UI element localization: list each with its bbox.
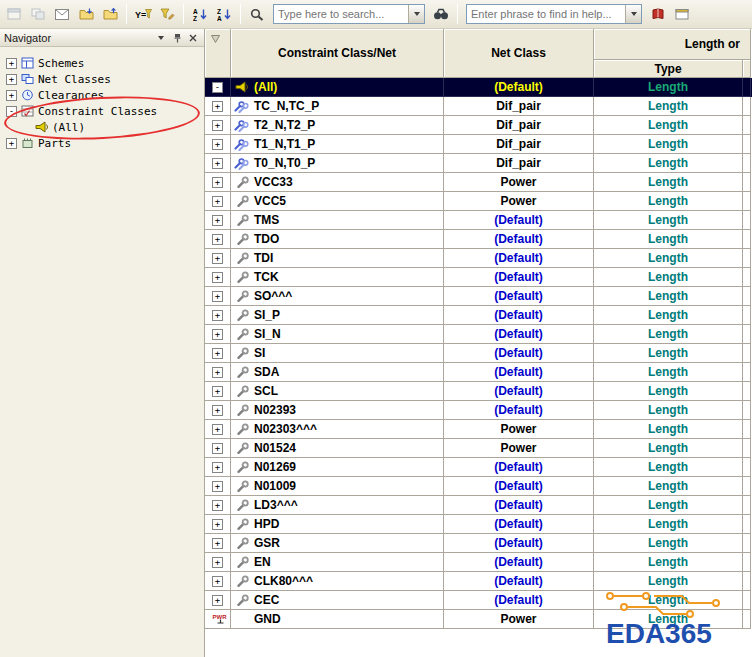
- tree-expand-toggle[interactable]: +: [6, 90, 17, 101]
- row-expand-toggle[interactable]: +: [212, 538, 223, 549]
- close-icon[interactable]: [186, 31, 200, 45]
- type-cell[interactable]: Length: [594, 477, 743, 496]
- net-class-cell[interactable]: (Default): [444, 363, 594, 382]
- type-cell[interactable]: Length: [594, 553, 743, 572]
- net-class-cell[interactable]: (Default): [444, 515, 594, 534]
- constraint-class-cell[interactable]: CLK80^^^: [231, 572, 444, 591]
- net-class-cell[interactable]: (Default): [444, 382, 594, 401]
- constraint-class-cell[interactable]: N01524: [231, 439, 444, 458]
- tree-expand-toggle[interactable]: +: [6, 138, 17, 149]
- net-class-cell[interactable]: (Default): [444, 268, 594, 287]
- type-cell[interactable]: Length: [594, 97, 743, 116]
- constraint-class-cell[interactable]: EN: [231, 553, 444, 572]
- tree-item-net-classes[interactable]: + Net Classes: [2, 71, 202, 87]
- help-window-icon[interactable]: [671, 4, 693, 25]
- tree-item-all[interactable]: (All): [2, 119, 202, 135]
- row-expand-toggle[interactable]: +: [212, 310, 223, 321]
- sort-desc-icon[interactable]: ZA: [213, 4, 235, 25]
- row-expand-toggle[interactable]: +: [212, 348, 223, 359]
- type-cell[interactable]: Length: [594, 287, 743, 306]
- row-expand-toggle[interactable]: +: [212, 443, 223, 454]
- table-row-vcc33[interactable]: + VCC33 Power Length: [205, 173, 752, 192]
- table-row-tdi[interactable]: + TDI (Default) Length: [205, 249, 752, 268]
- constraint-class-cell[interactable]: T1_N,T1_P: [231, 135, 444, 154]
- row-expand-toggle[interactable]: +: [212, 595, 223, 606]
- type-cell[interactable]: Length: [594, 382, 743, 401]
- net-class-cell[interactable]: (Default): [444, 287, 594, 306]
- binoculars-icon[interactable]: [430, 4, 452, 25]
- type-cell[interactable]: Length: [594, 363, 743, 382]
- row-expand-toggle[interactable]: +: [212, 139, 223, 150]
- table-row-n02303[interactable]: + N02303^^^ Power Length: [205, 420, 752, 439]
- row-expand-toggle[interactable]: +: [212, 367, 223, 378]
- header-length-group[interactable]: Length or: [594, 29, 751, 60]
- constraint-class-cell[interactable]: (All): [231, 78, 444, 97]
- table-row-en[interactable]: + EN (Default) Length: [205, 553, 752, 572]
- constraint-class-cell[interactable]: SI_P: [231, 306, 444, 325]
- table-row-tms[interactable]: + TMS (Default) Length: [205, 211, 752, 230]
- net-class-cell[interactable]: (Default): [444, 401, 594, 420]
- mail-icon[interactable]: [51, 4, 73, 25]
- constraint-class-cell[interactable]: CEC: [231, 591, 444, 610]
- constraint-class-cell[interactable]: VCC33: [231, 173, 444, 192]
- constraint-class-cell[interactable]: TDO: [231, 230, 444, 249]
- net-class-cell[interactable]: Power: [444, 173, 594, 192]
- type-cell[interactable]: Length: [594, 610, 743, 629]
- window-icon[interactable]: [3, 4, 25, 25]
- help-search-combo[interactable]: [466, 4, 642, 24]
- net-class-cell[interactable]: Power: [444, 610, 594, 629]
- help-book-icon[interactable]: [647, 4, 669, 25]
- filter-edit-icon[interactable]: [156, 4, 178, 25]
- net-class-cell[interactable]: Dif_pair: [444, 116, 594, 135]
- type-cell[interactable]: Length: [594, 344, 743, 363]
- row-expand-toggle[interactable]: +: [212, 196, 223, 207]
- import-folder-icon[interactable]: [75, 4, 97, 25]
- table-row-tck[interactable]: + TCK (Default) Length: [205, 268, 752, 287]
- row-expand-toggle[interactable]: +: [212, 291, 223, 302]
- type-cell[interactable]: Length: [594, 534, 743, 553]
- constraint-class-cell[interactable]: GND: [231, 610, 444, 629]
- row-expand-toggle[interactable]: +: [212, 500, 223, 511]
- header-type[interactable]: Type: [594, 60, 743, 78]
- table-row-n02393[interactable]: + N02393 (Default) Length: [205, 401, 752, 420]
- constraint-class-cell[interactable]: SCL: [231, 382, 444, 401]
- table-row-gnd[interactable]: PWR GND Power Length: [205, 610, 752, 629]
- table-row-tc-n-tc-p[interactable]: + TC_N,TC_P Dif_pair Length: [205, 97, 752, 116]
- table-row-n01269[interactable]: + N01269 (Default) Length: [205, 458, 752, 477]
- tree-item-constraint-classes[interactable]: - Constraint Classes: [2, 103, 202, 119]
- constraint-class-cell[interactable]: GSR: [231, 534, 444, 553]
- type-cell[interactable]: Length: [594, 192, 743, 211]
- table-row-tdo[interactable]: + TDO (Default) Length: [205, 230, 752, 249]
- table-row-clk80[interactable]: + CLK80^^^ (Default) Length: [205, 572, 752, 591]
- row-expand-toggle[interactable]: +: [212, 329, 223, 340]
- search-input[interactable]: [274, 6, 408, 22]
- type-cell[interactable]: Length: [594, 249, 743, 268]
- tree-item-clearances[interactable]: + Clearances: [2, 87, 202, 103]
- row-expand-toggle[interactable]: +: [212, 101, 223, 112]
- constraint-class-cell[interactable]: N01269: [231, 458, 444, 477]
- table-row-gsr[interactable]: + GSR (Default) Length: [205, 534, 752, 553]
- type-cell[interactable]: Length: [594, 173, 743, 192]
- table-row-n01524[interactable]: + N01524 Power Length: [205, 439, 752, 458]
- help-dropdown-button[interactable]: [625, 5, 641, 23]
- row-expand-toggle[interactable]: -: [212, 82, 223, 93]
- header-net-class[interactable]: Net Class: [444, 29, 594, 78]
- type-cell[interactable]: Length: [594, 439, 743, 458]
- tree-item-parts[interactable]: + Parts: [2, 135, 202, 151]
- row-expand-toggle[interactable]: +: [212, 481, 223, 492]
- net-class-cell[interactable]: (Default): [444, 325, 594, 344]
- constraint-class-cell[interactable]: VCC5: [231, 192, 444, 211]
- constraint-class-cell[interactable]: N02393: [231, 401, 444, 420]
- net-class-cell[interactable]: Power: [444, 439, 594, 458]
- net-class-cell[interactable]: (Default): [444, 230, 594, 249]
- net-class-cell[interactable]: Dif_pair: [444, 154, 594, 173]
- row-expand-toggle[interactable]: +: [212, 272, 223, 283]
- constraint-class-cell[interactable]: N02303^^^: [231, 420, 444, 439]
- table-row-ld3[interactable]: + LD3^^^ (Default) Length: [205, 496, 752, 515]
- navigator-menu-button[interactable]: [154, 31, 168, 45]
- row-expand-toggle[interactable]: +: [212, 215, 223, 226]
- export-folder-icon[interactable]: [99, 4, 121, 25]
- type-cell[interactable]: Length: [594, 458, 743, 477]
- table-row-so[interactable]: + SO^^^ (Default) Length: [205, 287, 752, 306]
- constraint-class-cell[interactable]: SDA: [231, 363, 444, 382]
